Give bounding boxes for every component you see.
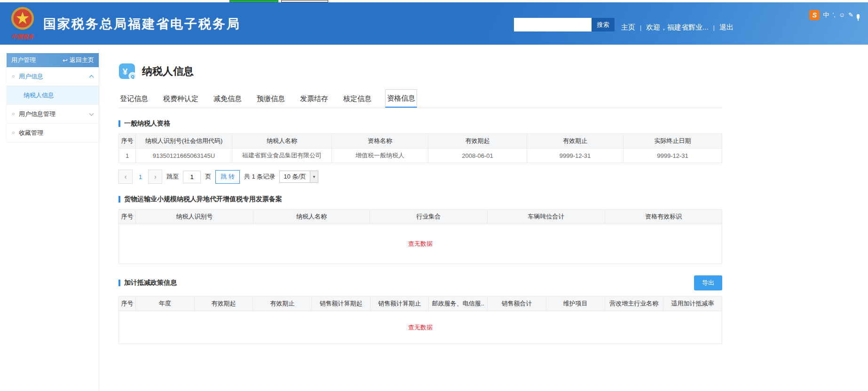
jump-page-input[interactable]	[183, 171, 201, 183]
total-records-label: 共 1 条记录	[244, 172, 275, 181]
next-page-button[interactable]: ›	[148, 170, 162, 184]
page-size-value: 10 条/页	[280, 171, 310, 182]
sidebar-title: 用户管理	[11, 56, 36, 64]
sidebar-item-favorites[interactable]: 收藏管理	[7, 124, 99, 142]
sidebar: 用户管理 ↩ 返回主页 用户信息 纳税人信息 用户信息管理 收藏管理	[7, 53, 99, 142]
table-cell: 福建省辉业食品集团有限公司	[232, 149, 332, 163]
column-header: 资格有效标识	[605, 210, 722, 224]
tab-assessment-info[interactable]: 核定信息	[342, 90, 373, 108]
sidebar-item-user-info-mgmt[interactable]: 用户信息管理	[7, 105, 99, 124]
main-content: ¥ Q 纳税人信息 登记信息 税费种认定 减免信息 预缴信息 发票结存 核定信息…	[118, 62, 722, 344]
ime-punctuation-icon[interactable]: ’,	[832, 11, 836, 19]
tab-invoice-balance[interactable]: 发票结存	[299, 90, 330, 108]
column-header: 序号	[119, 134, 136, 149]
jump-prefix-label: 跳至	[166, 172, 179, 181]
sidebar-item-label: 用户信息	[19, 72, 90, 81]
welcome-user-link[interactable]: 欢迎，福建省辉业...	[646, 23, 709, 32]
column-header: 销售额合计	[488, 297, 546, 311]
sidebar-header: 用户管理 ↩ 返回主页	[7, 53, 99, 67]
column-header: 纳税人识别号(社会信用代码)	[136, 134, 232, 149]
no-data-text: 查无数据	[408, 240, 433, 247]
bullet-icon	[12, 113, 15, 115]
empty-cell: 查无数据	[119, 311, 722, 344]
tab-tax-type[interactable]: 税费种认定	[162, 90, 200, 108]
sidebar-item-taxpayer-info[interactable]: 纳税人信息	[7, 86, 99, 105]
nav-separator: |	[640, 24, 641, 31]
column-header: 纳税人名称	[232, 134, 332, 149]
current-page[interactable]: 1	[137, 173, 144, 180]
table-cell: 增值税一般纳税人	[332, 149, 428, 163]
column-header: 行业集合	[370, 210, 488, 224]
column-header: 有效期止	[253, 297, 312, 311]
ime-emoji-icon[interactable]: ☺	[839, 11, 845, 19]
sogou-logo-icon[interactable]: S	[809, 10, 820, 20]
pagination: ‹ 1 › 跳至 页 跳 转 共 1 条记录 10 条/页 ▼	[118, 170, 722, 184]
ime-mic-icon[interactable]	[857, 11, 860, 19]
emblem-icon	[10, 6, 35, 31]
section2-title: 货物运输业小规模纳税人异地代开增值税专用发票备案	[124, 195, 282, 203]
empty-row: 查无数据	[119, 311, 722, 344]
browser-remnant-strip	[0, 0, 868, 2]
table-cell: 1	[119, 149, 136, 163]
ime-toolbar[interactable]: S 中 ’, ☺ ✎	[809, 10, 860, 20]
section1-title-row: 一般纳税人资格	[118, 119, 170, 128]
export-button[interactable]: 导出	[694, 275, 722, 290]
section3-title-row: 加计抵减政策信息	[118, 279, 177, 287]
section2-header: 货物运输业小规模纳税人异地代开增值税专用发票备案	[118, 195, 722, 203]
column-header: 适用加计抵减率	[663, 297, 722, 311]
header-nav: 主页 | 欢迎，福建省辉业... | 退出	[621, 23, 734, 32]
jump-button[interactable]: 跳 转	[215, 170, 240, 184]
section3-title: 加计抵减政策信息	[124, 279, 177, 287]
tab-bar: 登记信息 税费种认定 减免信息 预缴信息 发票结存 核定信息 资格信息	[118, 89, 722, 108]
section-bar-icon	[118, 120, 120, 127]
site-header: 中国税务 国家税务总局福建省电子税务局 搜索 S 中 ’, ☺ ✎ 主页 | 欢…	[0, 2, 868, 45]
page-title: 纳税人信息	[142, 64, 194, 78]
empty-row: 查无数据	[119, 224, 722, 264]
column-header: 序号	[119, 297, 136, 311]
general-taxpayer-table: 序号纳税人识别号(社会信用代码)纳税人名称资格名称有效期起有效期止实际终止日期 …	[118, 133, 722, 163]
tab-prepayment-info[interactable]: 预缴信息	[255, 90, 286, 108]
page-title-row: ¥ Q 纳税人信息	[118, 62, 722, 81]
search-button[interactable]: 搜索	[592, 18, 615, 31]
back-to-home-link[interactable]: ↩ 返回主页	[63, 56, 94, 64]
page-suffix-label: 页	[205, 172, 211, 181]
chevron-down-icon	[89, 111, 94, 116]
prev-page-button[interactable]: ‹	[118, 170, 133, 184]
site-title: 国家税务总局福建省电子税务局	[43, 16, 241, 32]
page-size-select[interactable]: 10 条/页 ▼	[279, 171, 318, 183]
section3-header: 加计抵减政策信息 导出	[118, 275, 722, 290]
no-data-text: 查无数据	[408, 324, 433, 331]
table-header-row: 序号纳税人识别号(社会信用代码)纳税人名称资格名称有效期起有效期止实际终止日期	[119, 134, 722, 149]
svg-text:¥: ¥	[123, 67, 128, 77]
column-header: 销售额计算期起	[312, 297, 371, 311]
tab-qualification-info[interactable]: 资格信息	[385, 89, 417, 108]
section1-title: 一般纳税人资格	[124, 119, 170, 128]
ime-language-icon[interactable]: 中	[823, 11, 829, 19]
section-bar-icon	[118, 196, 120, 203]
sidebar-item-user-info[interactable]: 用户信息	[7, 67, 99, 86]
home-link[interactable]: 主页	[621, 23, 635, 32]
table-cell: 9999-12-31	[623, 149, 722, 163]
browser-remnant-green	[229, 0, 278, 2]
ime-pen-icon[interactable]: ✎	[848, 11, 853, 19]
section1-header: 一般纳税人资格	[118, 119, 722, 128]
sidebar-subitem-label: 纳税人信息	[24, 91, 54, 100]
header-search: 搜索	[514, 18, 615, 31]
dropdown-arrow-icon[interactable]: ▼	[310, 171, 318, 182]
logout-link[interactable]: 退出	[719, 23, 734, 32]
column-header: 序号	[119, 210, 136, 224]
table-cell: 2008-06-01	[428, 149, 527, 163]
empty-cell: 查无数据	[119, 224, 722, 264]
search-input[interactable]	[514, 18, 592, 31]
tab-reduction-info[interactable]: 减免信息	[212, 90, 243, 108]
sidebar-item-label: 用户信息管理	[19, 110, 90, 118]
back-link-label: 返回主页	[70, 56, 94, 64]
table-header-row: 序号年度有效期起有效期止销售额计算期起销售额计算期止邮政服务、电信服..销售额合…	[119, 297, 722, 311]
section-bar-icon	[118, 280, 120, 286]
tab-registration-info[interactable]: 登记信息	[118, 90, 150, 108]
table-cell: 91350121665063145U	[136, 149, 232, 163]
column-header: 销售额计算期止	[370, 297, 429, 311]
sidebar-item-label: 收藏管理	[19, 129, 93, 137]
bullet-icon	[12, 75, 15, 78]
column-header: 维护项目	[546, 297, 605, 311]
